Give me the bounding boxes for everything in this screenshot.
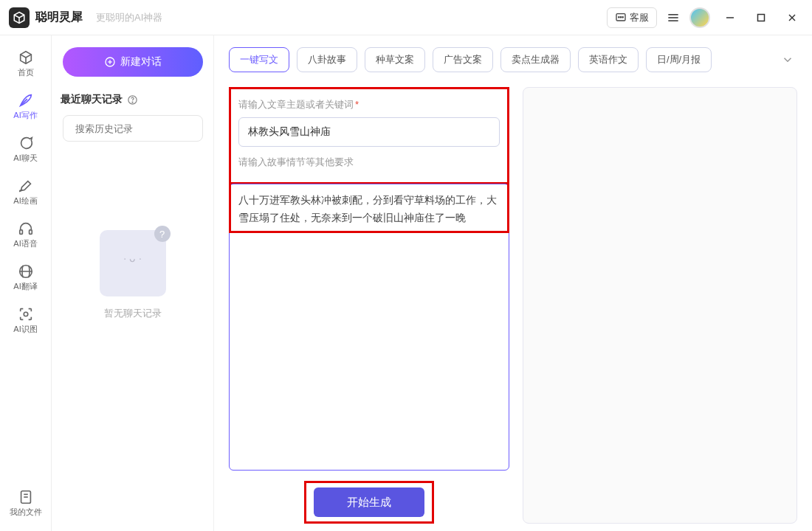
cube-icon — [18, 49, 34, 66]
detail-textarea[interactable] — [238, 192, 500, 462]
chat-bubble-icon — [18, 135, 34, 151]
question-badge-icon: ? — [154, 226, 171, 242]
template-tags: 一键写文 八卦故事 种草文案 广告文案 卖点生成器 英语作文 日/周/月报 — [229, 47, 797, 72]
sidebar-item-label: AI语音 — [13, 238, 37, 249]
feather-icon — [18, 92, 34, 108]
plus-circle-icon — [104, 56, 116, 68]
sidebar-item-chat[interactable]: AI聊天 — [4, 130, 48, 168]
recent-panel: 新建对话 最近聊天记录 ? · ᴗ · 暂无聊天记录 — [52, 35, 214, 531]
sidebar-item-home[interactable]: 首页 — [4, 44, 48, 83]
maximize-icon — [757, 13, 765, 22]
new-chat-label: 新建对话 — [120, 55, 162, 69]
sidebar-item-label: 我的文件 — [10, 507, 42, 518]
svg-point-3 — [619, 16, 619, 17]
translate-icon — [18, 263, 34, 280]
brush-icon — [18, 178, 34, 194]
menu-button[interactable] — [666, 10, 681, 25]
tag-onekey[interactable]: 一键写文 — [229, 47, 289, 72]
empty-state: ? · ᴗ · 暂无聊天记录 — [100, 230, 166, 320]
svg-rect-16 — [19, 229, 22, 234]
titlebar: 聪明灵犀 更聪明的AI神器 客服 — [0, 0, 812, 35]
tagline: 更聪明的AI神器 — [96, 11, 162, 24]
scan-icon — [18, 306, 34, 322]
content-panel: 一键写文 八卦故事 种草文案 广告文案 卖点生成器 英语作文 日/周/月报 请输… — [214, 35, 812, 531]
sidebar-item-label: AI识图 — [13, 324, 37, 335]
highlight-box-inputs: 请输入文章主题或者关键词* 请输入故事情节等其他要求 — [229, 87, 509, 184]
tag-report[interactable]: 日/周/月报 — [646, 47, 712, 72]
tag-gossip[interactable]: 八卦故事 — [297, 47, 357, 72]
topic-label: 请输入文章主题或者关键词* — [238, 98, 500, 111]
sidebar-item-label: AI聊天 — [13, 153, 37, 164]
tag-grass[interactable]: 种草文案 — [365, 47, 425, 72]
search-box[interactable] — [63, 115, 203, 142]
highlight-box-generate: 开始生成 — [304, 481, 434, 524]
topic-input[interactable] — [238, 117, 500, 147]
chat-icon — [615, 12, 627, 24]
app-name: 聪明灵犀 — [35, 10, 83, 25]
search-input[interactable] — [75, 123, 199, 134]
tag-english[interactable]: 英语作文 — [578, 47, 639, 72]
svg-rect-10 — [758, 14, 765, 21]
empty-text: 暂无聊天记录 — [104, 307, 162, 320]
sidebar-item-vision[interactable]: AI识图 — [4, 301, 48, 339]
maximize-button[interactable] — [750, 7, 772, 29]
customer-service-button[interactable]: 客服 — [607, 7, 657, 28]
svg-point-5 — [622, 16, 623, 17]
sidebar-item-translate[interactable]: AI翻译 — [4, 258, 48, 296]
logo: 聪明灵犀 更聪明的AI神器 — [9, 7, 162, 28]
sidebar-item-label: 首页 — [18, 67, 34, 78]
hamburger-icon — [666, 10, 681, 25]
sidebar-item-label: AI写作 — [13, 110, 37, 121]
new-chat-button[interactable]: 新建对话 — [63, 47, 203, 77]
detail-textarea-wrap[interactable] — [229, 184, 509, 471]
minimize-icon — [725, 13, 735, 23]
svg-point-27 — [132, 102, 133, 103]
close-button[interactable] — [781, 7, 803, 29]
generate-button[interactable]: 开始生成 — [314, 487, 424, 517]
empty-illustration: ? · ᴗ · — [100, 230, 166, 296]
recent-header: 最近聊天记录 — [61, 93, 204, 106]
tag-ad[interactable]: 广告文案 — [433, 47, 493, 72]
sidebar-item-voice[interactable]: AI语音 — [4, 215, 48, 254]
form-left: 请输入文章主题或者关键词* 请输入故事情节等其他要求 开始生成 — [229, 87, 509, 524]
svg-rect-17 — [29, 229, 32, 234]
avatar[interactable] — [689, 7, 710, 28]
svg-point-19 — [24, 312, 28, 316]
svg-point-4 — [620, 16, 621, 17]
app-logo-icon — [9, 7, 30, 28]
file-icon — [18, 489, 34, 505]
sidebar-item-label: AI翻译 — [13, 281, 37, 292]
chevron-down-icon — [781, 53, 794, 66]
recent-title: 最近聊天记录 — [61, 93, 123, 106]
tags-expand-button[interactable] — [778, 50, 797, 69]
sidebar-item-draw[interactable]: AI绘画 — [4, 173, 48, 211]
customer-service-label: 客服 — [630, 11, 649, 24]
sidebar-item-label: AI绘画 — [13, 195, 37, 206]
detail-label: 请输入故事情节等其他要求 — [238, 156, 500, 169]
sidebar: 首页 AI写作 AI聊天 AI绘画 AI语音 AI翻译 AI识图 我 — [0, 35, 52, 531]
sidebar-item-write[interactable]: AI写作 — [4, 87, 48, 125]
output-panel — [523, 87, 797, 524]
headphone-icon — [18, 221, 34, 237]
close-icon — [787, 13, 797, 23]
question-circle-icon[interactable] — [127, 94, 138, 105]
minimize-button[interactable] — [719, 7, 741, 29]
tag-selling[interactable]: 卖点生成器 — [500, 47, 571, 72]
sidebar-item-files[interactable]: 我的文件 — [4, 484, 48, 522]
